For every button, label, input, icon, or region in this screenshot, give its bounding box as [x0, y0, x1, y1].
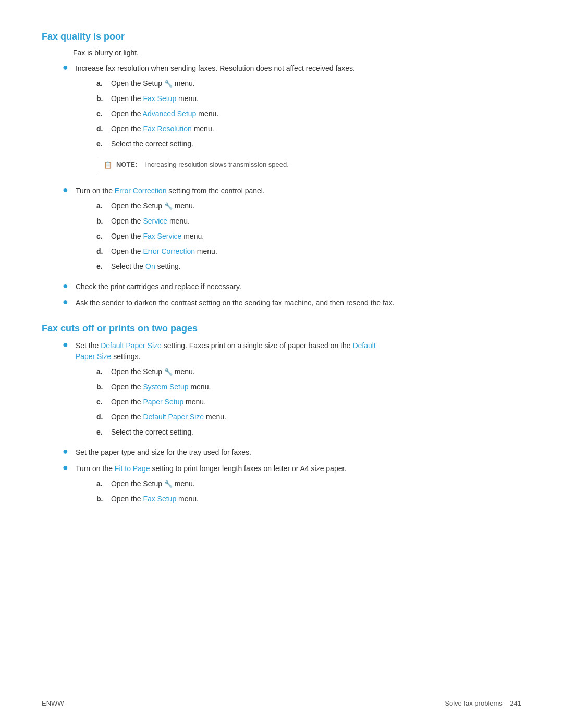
bullet-dot-3: ● — [63, 280, 68, 291]
bullet-item-2: ● Turn on the Error Correction setting f… — [63, 186, 521, 276]
step-label-2d: d. — [96, 246, 111, 257]
step-label-1c: c. — [96, 108, 111, 119]
s2-step-label-1e: e. — [96, 427, 111, 438]
step-label-1b: b. — [96, 93, 111, 104]
service-link: Service — [143, 217, 167, 225]
s2-step-text-3b: Open the Fax Setup menu. — [111, 493, 521, 504]
note-box-1: 📋 NOTE: Increasing resolution slows tran… — [96, 155, 521, 175]
footer: ENWW Solve fax problems 241 — [42, 699, 521, 707]
step-label-1a: a. — [96, 78, 111, 89]
footer-left: ENWW — [42, 699, 64, 707]
s2-sub-step-1d: d. Open the Default Paper Size menu. — [96, 412, 521, 423]
sub-step-1d: d. Open the Fax Resolution menu. — [96, 124, 521, 134]
fax-service-link: Fax Service — [143, 232, 181, 240]
sub-step-2e: e. Select the On setting. — [96, 261, 521, 272]
s2-step-label-1a: a. — [96, 366, 111, 377]
footer-right: Solve fax problems 241 — [445, 699, 521, 707]
step-text-1c: Open the Advanced Setup menu. — [111, 108, 521, 119]
section1-title: Fax quality is poor — [42, 31, 521, 42]
bullet-dot-4: ● — [63, 297, 68, 307]
advanced-setup-link: Advanced Setup — [143, 109, 197, 118]
s2-bullet3-substeps: a. Open the Setup 🔧 menu. b. Open the Fa… — [96, 478, 521, 504]
sub-step-2d: d. Open the Error Correction menu. — [96, 246, 521, 257]
bullet-dot-1: ● — [63, 62, 68, 73]
sub-step-1c: c. Open the Advanced Setup menu. — [96, 108, 521, 119]
bullet2-substeps: a. Open the Setup 🔧 menu. b. Open the Se… — [96, 201, 521, 272]
s2-bullet-dot-2: ● — [63, 446, 68, 457]
step-label-1e: e. — [96, 139, 111, 150]
bullet-text-1: Increase fax resolution when sending fax… — [76, 63, 521, 180]
s2-step-label-3a: a. — [96, 478, 111, 489]
step-text-2d: Open the Error Correction menu. — [111, 246, 521, 257]
sub-step-1e: e. Select the correct setting. — [96, 139, 521, 150]
s2-sub-step-3a: a. Open the Setup 🔧 menu. — [96, 478, 521, 489]
s2-step-label-1d: d. — [96, 412, 111, 423]
fax-setup-link-2: Fax Setup — [143, 495, 176, 503]
s2-step-label-1b: b. — [96, 381, 111, 392]
bullet-item-3: ● Check the print cartridges and replace… — [63, 281, 521, 292]
sub-step-1a: a. Open the Setup 🔧 menu. — [96, 78, 521, 89]
default-paper-size-link-1: Default Paper Size — [101, 341, 162, 350]
bullet-item-1: ● Increase fax resolution when sending f… — [63, 63, 521, 180]
step-text-2a: Open the Setup 🔧 menu. — [111, 201, 521, 212]
s2-bullet3-text: Turn on the Fit to Page setting to print… — [76, 464, 346, 473]
step-label-1d: d. — [96, 124, 111, 134]
s2-step-text-3a: Open the Setup 🔧 menu. — [111, 478, 521, 489]
step-text-2c: Open the Fax Service menu. — [111, 231, 521, 242]
bullet2-text: Turn on the Error Correction setting fro… — [76, 187, 265, 195]
s2-step-text-1b: Open the System Setup menu. — [111, 381, 521, 392]
s2-step-label-1c: c. — [96, 397, 111, 408]
s2-bullet-text-1: Set the Default Paper Size setting. Faxe… — [76, 340, 521, 442]
s2-bullet-item-2: ● Set the paper type and size for the tr… — [63, 447, 521, 458]
s2-step-text-1d: Open the Default Paper Size menu. — [111, 412, 521, 423]
bullet-dot-2: ● — [63, 184, 68, 195]
s2-bullet-dot-1: ● — [63, 339, 68, 350]
system-setup-link: System Setup — [143, 382, 188, 391]
fit-to-page-link: Fit to Page — [115, 464, 150, 473]
footer-page-number: 241 — [510, 699, 521, 707]
bullet-text-4: Ask the sender to darken the contrast se… — [76, 298, 521, 309]
bullet1-text: Increase fax resolution when sending fax… — [76, 64, 355, 72]
sub-step-2b: b. Open the Service menu. — [96, 216, 521, 227]
s2-sub-step-1a: a. Open the Setup 🔧 menu. — [96, 366, 521, 377]
on-link: On — [145, 262, 155, 270]
s2-sub-step-1b: b. Open the System Setup menu. — [96, 381, 521, 392]
step-label-2b: b. — [96, 216, 111, 227]
error-correction-link-1: Error Correction — [115, 187, 167, 195]
error-correction-link-2: Error Correction — [143, 247, 195, 255]
note-text-1: Increasing resolution slows transmission… — [141, 159, 289, 170]
step-label-2c: c. — [96, 231, 111, 242]
step-text-2b: Open the Service menu. — [111, 216, 521, 227]
footer-section-label: Solve fax problems — [445, 699, 503, 707]
bullet-text-3: Check the print cartridges and replace i… — [76, 281, 521, 292]
sub-step-2a: a. Open the Setup 🔧 menu. — [96, 201, 521, 212]
default-paper-size-link-3: Default Paper Size — [143, 413, 204, 421]
sub-step-1b: b. Open the Fax Setup menu. — [96, 93, 521, 104]
s2-step-text-1c: Open the Paper Setup menu. — [111, 397, 521, 408]
step-label-2a: a. — [96, 201, 111, 212]
s2-sub-step-3b: b. Open the Fax Setup menu. — [96, 493, 521, 504]
step-text-1b: Open the Fax Setup menu. — [111, 93, 521, 104]
s2-bullet-item-1: ● Set the Default Paper Size setting. Fa… — [63, 340, 521, 442]
s2-bullet-item-3: ● Turn on the Fit to Page setting to pri… — [63, 463, 521, 509]
note-icon-1: 📋 — [104, 160, 112, 170]
fax-resolution-link: Fax Resolution — [143, 125, 191, 133]
setup-icon-s2-1a: 🔧 — [164, 368, 173, 376]
s2-bullet-text-3: Turn on the Fit to Page setting to print… — [76, 463, 521, 509]
setup-icon-s2-3a: 🔧 — [164, 480, 173, 488]
step-label-2e: e. — [96, 261, 111, 272]
section1-intro: Fax is blurry or light. — [73, 48, 521, 57]
sub-step-2c: c. Open the Fax Service menu. — [96, 231, 521, 242]
s2-bullet-text-2: Set the paper type and size for the tray… — [76, 447, 521, 458]
s2-step-label-3b: b. — [96, 493, 111, 504]
bullet-text-2: Turn on the Error Correction setting fro… — [76, 186, 521, 276]
s2-step-text-1a: Open the Setup 🔧 menu. — [111, 366, 521, 377]
s2-sub-step-1c: c. Open the Paper Setup menu. — [96, 397, 521, 408]
step-text-1e: Select the correct setting. — [111, 139, 521, 150]
s2-bullet-dot-3: ● — [63, 462, 68, 473]
fax-setup-link-1: Fax Setup — [143, 94, 176, 103]
bullet-item-4: ● Ask the sender to darken the contrast … — [63, 298, 521, 309]
setup-icon-1a: 🔧 — [164, 80, 173, 88]
bullet1-substeps: a. Open the Setup 🔧 menu. b. Open the Fa… — [96, 78, 521, 150]
section2-title: Fax cuts off or prints on two pages — [42, 323, 521, 334]
